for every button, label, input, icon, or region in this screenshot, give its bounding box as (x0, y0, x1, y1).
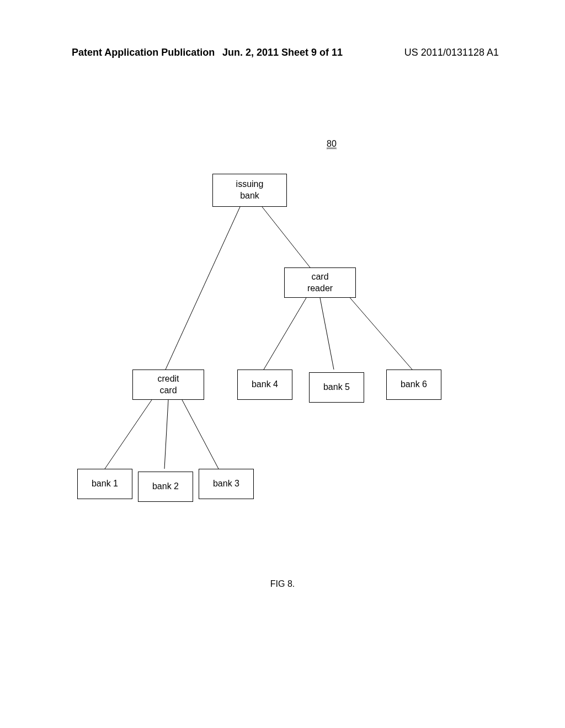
node-label: card reader (307, 271, 333, 295)
node-label: bank 4 (252, 379, 278, 390)
header-publication: Patent Application Publication (72, 47, 215, 58)
node-bank6: bank 6 (386, 370, 441, 400)
node-label: bank 5 (323, 382, 350, 393)
node-bank2: bank 2 (138, 472, 193, 502)
node-label: bank 1 (92, 478, 118, 490)
node-bank4: bank 4 (237, 370, 292, 400)
header-patent-number: US 2011/0131128 A1 (404, 47, 499, 58)
node-bank1: bank 1 (77, 469, 132, 499)
hierarchy-diagram: issuing bank card reader credit card ban… (0, 165, 565, 552)
svg-line-0 (166, 207, 240, 370)
svg-line-1 (262, 207, 310, 267)
node-label: bank 3 (213, 478, 239, 490)
node-bank5: bank 5 (309, 372, 364, 403)
svg-line-2 (264, 298, 306, 370)
svg-line-7 (182, 400, 218, 469)
svg-line-4 (348, 295, 412, 370)
node-card-reader: card reader (284, 267, 356, 298)
svg-line-5 (105, 400, 152, 469)
node-label: issuing bank (236, 179, 264, 202)
node-label: bank 6 (401, 379, 427, 390)
header-date-sheet: Jun. 2, 2011 Sheet 9 of 11 (222, 47, 343, 58)
diagram-reference-number: 80 (327, 139, 337, 149)
figure-caption: FIG 8. (0, 579, 565, 589)
page-header: Patent Application Publication Jun. 2, 2… (0, 47, 565, 58)
node-bank3: bank 3 (199, 469, 254, 499)
node-issuing-bank: issuing bank (212, 174, 287, 207)
svg-line-6 (164, 400, 168, 469)
svg-line-3 (320, 298, 334, 370)
node-label: bank 2 (152, 481, 179, 493)
node-credit-card: credit card (132, 370, 204, 400)
node-label: credit card (157, 373, 179, 397)
